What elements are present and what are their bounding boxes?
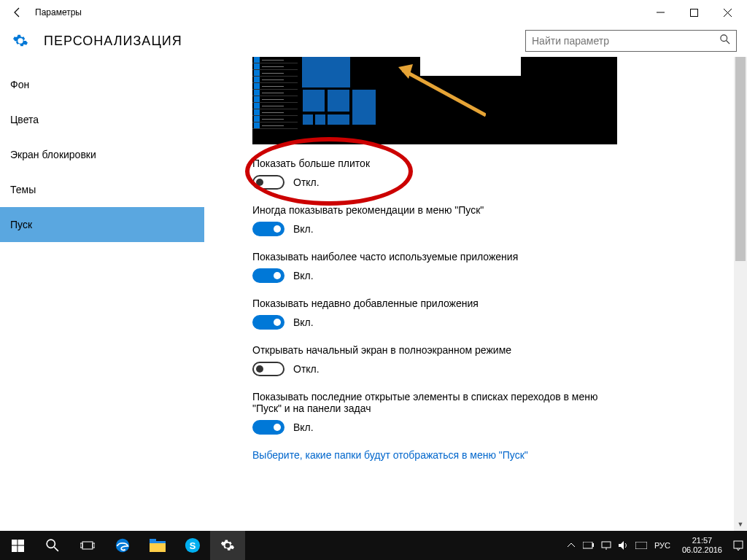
window-title: Параметры: [35, 7, 82, 18]
tray-chevron-icon[interactable]: [562, 531, 580, 560]
toggle-state: Вкл.: [293, 270, 314, 281]
svg-text:S: S: [190, 540, 196, 551]
svg-rect-16: [93, 543, 95, 548]
section-title: ПЕРСОНАЛИЗАЦИЯ: [44, 34, 182, 49]
sidebar-item-colors[interactable]: Цвета: [0, 102, 204, 137]
sidebar-item-start[interactable]: Пуск: [0, 207, 204, 242]
svg-rect-30: [734, 541, 743, 548]
tray-keyboard-icon[interactable]: [632, 531, 650, 560]
edge-button[interactable]: [105, 531, 140, 560]
toggle-recently-added[interactable]: [252, 315, 285, 330]
sidebar-item-lockscreen[interactable]: Экран блокировки: [0, 137, 204, 172]
tray-clock[interactable]: 21:57 06.02.2016: [675, 536, 729, 555]
svg-point-12: [47, 540, 55, 548]
preview-tile: Aa: [302, 57, 350, 88]
settings-button[interactable]: [210, 531, 245, 560]
setting-label: Показывать последние открытые элементы в…: [252, 391, 617, 414]
sidebar: Фон Цвета Экран блокировки Темы Пуск: [0, 57, 204, 531]
svg-line-6: [403, 70, 486, 115]
gear-icon: [10, 31, 31, 51]
sidebar-item-label: Пуск: [10, 219, 32, 230]
svg-line-13: [54, 547, 58, 551]
scroll-down-icon[interactable]: ▼: [734, 518, 747, 531]
svg-marker-27: [619, 541, 624, 550]
maximize-button[interactable]: [677, 1, 711, 24]
toggle-fullscreen[interactable]: [252, 362, 285, 376]
sidebar-item-label: Экран блокировки: [10, 149, 96, 160]
setting-fullscreen: Открывать начальный экран в полноэкранно…: [252, 344, 732, 376]
close-button[interactable]: [711, 1, 744, 24]
setting-recommendations: Иногда показывать рекомендации в меню "П…: [252, 204, 732, 236]
back-button[interactable]: [3, 1, 32, 24]
tray-lang[interactable]: РУС: [650, 541, 675, 550]
taskview-button[interactable]: [70, 531, 105, 560]
setting-label: Показывать недавно добавленные приложени…: [252, 298, 617, 309]
search-input[interactable]: [532, 35, 720, 47]
tray-volume-icon[interactable]: [615, 531, 632, 560]
svg-rect-8: [12, 540, 17, 545]
explorer-button[interactable]: [140, 531, 175, 560]
svg-rect-14: [82, 542, 93, 549]
svg-rect-1: [690, 9, 697, 16]
setting-label: Показывать наиболее часто используемые п…: [252, 251, 617, 262]
tray-date: 06.02.2016: [682, 545, 722, 555]
taskbar: S РУС 21:57 06.02.2016: [0, 531, 747, 560]
svg-point-4: [721, 35, 727, 42]
tray-notifications-icon[interactable]: [729, 531, 747, 560]
toggle-state: Откл.: [293, 363, 320, 375]
search-box[interactable]: [525, 30, 737, 52]
svg-rect-20: [150, 541, 166, 543]
toggle-state: Откл.: [293, 176, 320, 188]
header: ПЕРСОНАЛИЗАЦИЯ: [0, 25, 747, 57]
titlebar: Параметры: [0, 0, 747, 25]
toggle-jumplists[interactable]: [252, 420, 285, 435]
tray-battery-icon[interactable]: [580, 531, 597, 560]
minimize-button[interactable]: [643, 1, 677, 24]
svg-rect-11: [18, 545, 24, 552]
toggle-state: Вкл.: [293, 223, 314, 235]
start-button[interactable]: [0, 531, 35, 560]
sidebar-item-background[interactable]: Фон: [0, 67, 204, 102]
annotation-arrow: [398, 64, 486, 144]
svg-rect-25: [602, 542, 611, 548]
setting-label: Иногда показывать рекомендации в меню "П…: [252, 204, 617, 216]
choose-folders-link[interactable]: Выберите, какие папки будут отображаться…: [252, 449, 732, 461]
tray-time: 21:57: [682, 536, 722, 545]
svg-rect-9: [18, 540, 24, 545]
toggle-state: Вкл.: [293, 421, 314, 433]
setting-label: Открывать начальный экран в полноэкранно…: [252, 344, 617, 356]
svg-rect-24: [592, 543, 594, 547]
svg-rect-28: [635, 542, 647, 549]
svg-rect-10: [12, 545, 17, 552]
content: Aa Показать больше плиток Откл. Иногда п…: [204, 57, 747, 531]
setting-more-tiles: Показать больше плиток Откл.: [252, 158, 732, 190]
svg-marker-7: [398, 64, 413, 79]
tray-network-icon[interactable]: [597, 531, 615, 560]
toggle-most-used[interactable]: [252, 268, 285, 283]
setting-label: Показать больше плиток: [252, 158, 617, 169]
setting-recently-added: Показывать недавно добавленные приложени…: [252, 298, 732, 330]
svg-rect-23: [583, 542, 592, 548]
start-preview: Aa: [252, 57, 617, 144]
sidebar-item-label: Цвета: [10, 114, 39, 125]
toggle-recommendations[interactable]: [252, 222, 285, 236]
toggle-state: Вкл.: [293, 316, 314, 328]
search-icon: [720, 34, 730, 47]
skype-button[interactable]: S: [175, 531, 210, 560]
sidebar-item-label: Темы: [10, 184, 36, 195]
sidebar-item-themes[interactable]: Темы: [0, 172, 204, 207]
scrollbar[interactable]: ▲ ▼: [734, 57, 747, 531]
search-button[interactable]: [35, 531, 70, 560]
scroll-thumb[interactable]: [735, 57, 746, 261]
svg-rect-15: [80, 543, 82, 548]
sidebar-item-label: Фон: [10, 79, 29, 90]
svg-line-5: [727, 41, 729, 44]
toggle-more-tiles[interactable]: [252, 175, 285, 190]
setting-jumplists: Показывать последние открытые элементы в…: [252, 391, 732, 435]
setting-most-used: Показывать наиболее часто используемые п…: [252, 251, 732, 283]
